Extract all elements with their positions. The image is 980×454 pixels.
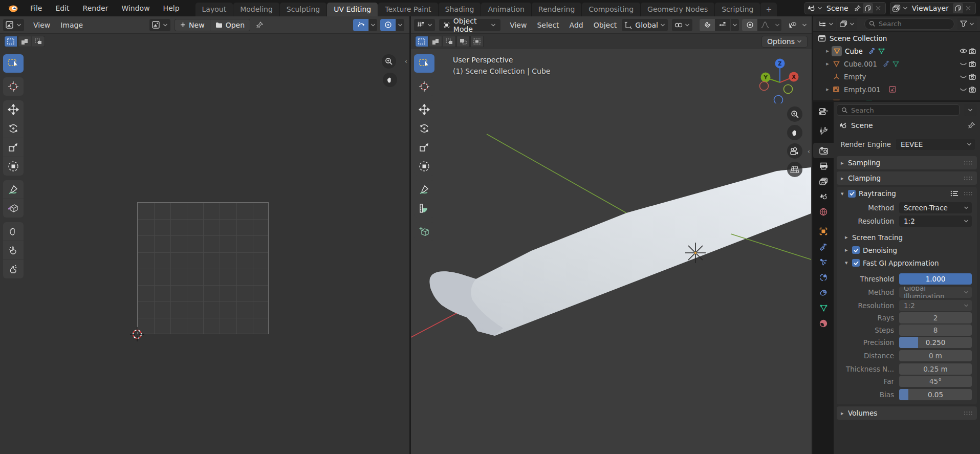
open-image-button[interactable]: Open <box>210 19 250 31</box>
gizmo-y-neg-axis[interactable] <box>784 85 793 94</box>
rays-field[interactable]: 2 <box>899 312 972 323</box>
tab-view-layer[interactable] <box>813 174 834 189</box>
navigation-gizmo[interactable]: Z Y X <box>755 52 804 103</box>
outliner-search[interactable] <box>864 18 954 30</box>
proportional-options-button[interactable] <box>773 19 781 31</box>
uv-tool-grab[interactable] <box>3 222 24 241</box>
uv-proportional-editing-toggle[interactable] <box>380 19 396 31</box>
viewport-editor-type-button[interactable] <box>414 19 435 31</box>
fast-gi-checkbox[interactable] <box>852 259 860 267</box>
viewport-canvas[interactable]: User Perspective (1) Scene Collection | … <box>411 49 812 454</box>
vp-select-mode-set[interactable] <box>415 36 428 47</box>
visibility-eye-closed-icon[interactable] <box>959 87 968 92</box>
outliner-row-empty-001[interactable]: ▸ Empty.001 <box>813 83 980 96</box>
gizmo-z-neg-axis[interactable] <box>774 96 783 104</box>
outliner-display-mode-button[interactable] <box>816 18 836 30</box>
vp-tool-cursor[interactable] <box>414 77 434 96</box>
uv-tool-relax[interactable] <box>3 241 24 260</box>
subpanel-denoising[interactable]: ▸ Denoising <box>837 244 977 256</box>
vp-orthographic-toggle-button[interactable] <box>787 162 802 177</box>
menu-window[interactable]: Window <box>115 2 156 15</box>
tab-constraints[interactable] <box>813 285 834 300</box>
tab-particles[interactable] <box>813 254 834 270</box>
outliner-row-empty[interactable]: Empty <box>813 70 980 83</box>
new-viewlayer-button[interactable] <box>953 3 963 13</box>
tab-tool[interactable] <box>813 123 834 139</box>
render-camera-icon[interactable] <box>968 61 977 67</box>
tab-layout[interactable]: Layout <box>195 3 233 16</box>
tab-shading[interactable]: Shading <box>439 3 481 16</box>
vp-select-mode-intersect[interactable] <box>470 36 484 47</box>
bias-slider[interactable]: 0.05 <box>899 389 972 400</box>
proportional-editing-toggle[interactable] <box>742 19 757 31</box>
vp-tool-rotate[interactable] <box>414 119 434 138</box>
presets-icon[interactable] <box>950 190 959 197</box>
tab-animation[interactable]: Animation <box>481 3 531 16</box>
vp-select-mode-extend[interactable] <box>429 36 442 47</box>
tab-rendering[interactable]: Rendering <box>532 3 582 16</box>
uv-tool-cursor[interactable] <box>3 77 24 96</box>
vp-select-mode-invert[interactable] <box>456 36 470 47</box>
empty-plain-axes[interactable] <box>685 243 706 263</box>
outliner-row-partial[interactable] <box>813 96 980 100</box>
expand-icon[interactable]: ▸ <box>823 60 832 67</box>
outliner-filter-type-button[interactable] <box>837 18 857 30</box>
scene-selector[interactable]: Scene <box>804 2 886 14</box>
vp-tool-transform[interactable] <box>414 157 434 176</box>
properties-editor-type-button[interactable] <box>813 104 834 119</box>
uv-proportional-options-button[interactable] <box>396 19 404 31</box>
tab-render[interactable] <box>813 143 834 158</box>
uv-tool-scale[interactable] <box>3 138 24 157</box>
expand-icon[interactable]: ▸ <box>823 48 832 54</box>
distance-field[interactable]: 0 m <box>899 350 972 361</box>
subpanel-fast-gi[interactable]: ▾ Fast GI Approximation <box>837 256 977 269</box>
snap-options-button[interactable] <box>731 19 739 31</box>
uv-canvas[interactable]: ‹ <box>0 49 409 454</box>
uv-snapping-options-button[interactable] <box>369 19 377 31</box>
pivot-point-selector[interactable] <box>672 19 692 31</box>
vp-menu-view[interactable]: View <box>505 19 532 31</box>
expand-icon[interactable]: ▸ <box>823 86 832 93</box>
vp-tool-annotate[interactable] <box>414 180 434 199</box>
drag-handle-icon[interactable] <box>964 191 973 196</box>
outliner-row-cube[interactable]: ▸ Cube <box>813 45 980 57</box>
tab-sculpting[interactable]: Sculpting <box>280 3 326 16</box>
vp-tool-move[interactable] <box>414 100 434 119</box>
uv-select-mode-set[interactable] <box>4 36 17 47</box>
proportional-falloff-icon[interactable] <box>757 19 773 31</box>
gi-resolution-select[interactable]: 1:2 <box>899 300 972 311</box>
transform-orientation-selector[interactable]: Global <box>622 19 668 31</box>
outliner-row-cube-001[interactable]: ▸ Cube.001 <box>813 57 980 70</box>
uv-zoom-button[interactable] <box>382 54 396 69</box>
drag-handle-icon[interactable] <box>964 176 973 181</box>
options-button[interactable]: Options <box>761 36 808 48</box>
uv-select-mode-subtract[interactable] <box>32 36 45 47</box>
new-image-button[interactable]: New <box>175 19 210 31</box>
uv-select-mode-extend[interactable] <box>18 36 31 47</box>
blender-logo-icon[interactable] <box>4 2 21 14</box>
vp-tool-select-box[interactable] <box>414 54 434 73</box>
visibility-eye-open-icon[interactable] <box>959 48 968 54</box>
pin-image-icon[interactable] <box>254 20 265 30</box>
viewlayer-selector[interactable]: ViewLayer <box>890 2 976 14</box>
menu-render[interactable]: Render <box>76 2 115 15</box>
uv-tool-select-box[interactable] <box>3 54 24 73</box>
tab-material[interactable] <box>813 316 834 331</box>
gizmo-options-button[interactable] <box>800 19 809 31</box>
uv-tool-transform[interactable] <box>3 157 24 176</box>
properties-search[interactable] <box>837 104 960 116</box>
new-scene-button[interactable] <box>863 3 873 13</box>
tab-texture-paint[interactable]: Texture Paint <box>378 3 438 16</box>
outliner-search-input[interactable] <box>879 20 950 28</box>
vp-select-mode-subtract[interactable] <box>443 36 456 47</box>
uv-tool-rotate[interactable] <box>3 119 24 138</box>
uv-menu-image[interactable]: Image <box>55 19 88 31</box>
vp-sidebar-collapse-arrow[interactable]: ‹ <box>808 147 810 155</box>
outliner-filter-button[interactable] <box>957 18 977 30</box>
tab-physics[interactable] <box>813 270 834 285</box>
uv-menu-view[interactable]: View <box>28 19 55 31</box>
gi-method-select[interactable]: Global Illumination <box>899 287 972 298</box>
drag-handle-icon[interactable] <box>964 411 973 416</box>
properties-options-button[interactable] <box>964 104 977 116</box>
panel-clamping[interactable]: ▸ Clamping <box>837 171 977 185</box>
